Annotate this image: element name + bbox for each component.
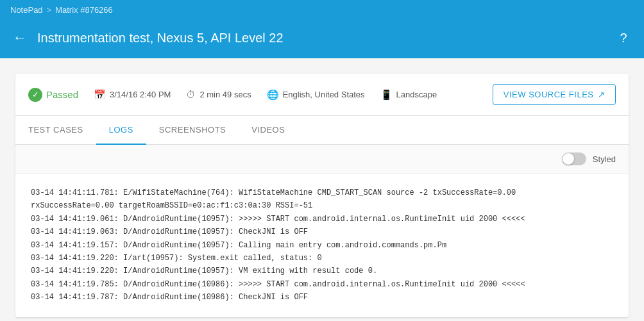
log-toolbar: Styled (15, 145, 629, 174)
orientation-icon: 📱 (380, 89, 393, 101)
styled-label: Styled (593, 154, 616, 164)
log-line: 03-14 14:41:19.063: D/AndroidRuntime(109… (31, 226, 613, 238)
status-text: Passed (46, 89, 78, 100)
breadcrumb-page[interactable]: Matrix #876266 (55, 5, 113, 15)
duration-meta: ⏱ 2 min 49 secs (186, 89, 251, 100)
breadcrumb-app[interactable]: NotePad (10, 5, 43, 15)
tab-test-cases[interactable]: TEST CASES (15, 116, 96, 145)
header-bar: ← Instrumentation test, Nexus 5, API Lev… (0, 20, 644, 58)
passed-badge: ✓ Passed (28, 88, 78, 102)
log-line: 03-14 14:41:19.157: D/AndroidRuntime(109… (31, 239, 613, 252)
help-button[interactable]: ? (613, 28, 634, 48)
view-source-button[interactable]: VIEW SOURCE FILES ↗ (493, 84, 616, 105)
log-line: 03-14 14:41:19.785: D/AndroidRuntime(109… (31, 278, 613, 291)
date-meta: 📅 3/14/16 2:40 PM (94, 89, 171, 101)
log-line: 03-14 14:41:19.220: I/AndroidRuntime(109… (31, 265, 613, 277)
check-circle-icon: ✓ (28, 88, 42, 102)
duration-value: 2 min 49 secs (199, 90, 251, 99)
tab-videos[interactable]: VIDEOS (239, 116, 298, 145)
view-source-label: VIEW SOURCE FILES (504, 90, 594, 99)
tabs-row: TEST CASESLOGSSCREENSHOTSVIDEOS (15, 116, 629, 145)
breadcrumb: NotePad > Matrix #876266 (10, 5, 113, 15)
breadcrumb-sep: > (47, 5, 52, 15)
top-bar: NotePad > Matrix #876266 (0, 0, 644, 20)
content-card: ✓ Passed 📅 3/14/16 2:40 PM ⏱ 2 min 49 se… (15, 74, 629, 317)
log-line: 03-14 14:41:19.061: D/AndroidRuntime(109… (31, 213, 613, 226)
external-link-icon: ↗ (598, 90, 606, 99)
meta-row: ✓ Passed 📅 3/14/16 2:40 PM ⏱ 2 min 49 se… (15, 74, 629, 116)
back-button[interactable]: ← (10, 31, 30, 45)
orientation-value: Landscape (396, 90, 437, 99)
log-line: 03-14 14:41:11.781: E/WifiStateMachine(7… (31, 186, 613, 199)
log-line: 03-14 14:41:19.220: I/art(10957): System… (31, 252, 613, 265)
log-line: 03-14 14:41:19.787: D/AndroidRuntime(109… (31, 291, 613, 304)
header-left: ← Instrumentation test, Nexus 5, API Lev… (10, 31, 284, 45)
tab-logs[interactable]: LOGS (96, 116, 146, 145)
page-title: Instrumentation test, Nexus 5, API Level… (37, 31, 284, 45)
toggle-knob (563, 153, 574, 165)
date-value: 3/14/16 2:40 PM (110, 90, 171, 99)
tab-screenshots[interactable]: SCREENSHOTS (146, 116, 239, 145)
orientation-meta: 📱 Landscape (380, 89, 437, 101)
globe-icon: 🌐 (267, 89, 279, 101)
locale-value: English, United States (283, 90, 365, 99)
log-content: 03-14 14:41:11.781: E/WifiStateMachine(7… (15, 174, 629, 317)
locale-meta: 🌐 English, United States (267, 89, 365, 101)
log-line: rxSuccessRate=0.00 targetRoamBSSID=e0:ac… (31, 199, 613, 212)
clock-icon: ⏱ (186, 89, 196, 100)
meta-row-right: VIEW SOURCE FILES ↗ (493, 84, 616, 105)
toggle[interactable] (562, 152, 586, 165)
calendar-icon: 📅 (94, 89, 106, 101)
